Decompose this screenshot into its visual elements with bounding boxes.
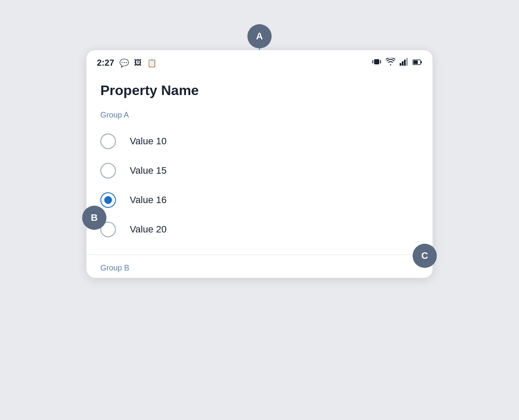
badge-a: A xyxy=(247,24,272,48)
svg-rect-6 xyxy=(406,58,408,66)
signal-icon xyxy=(400,58,408,68)
radio-item-value16[interactable]: Value 16 xyxy=(100,185,419,215)
status-left: 2:27 💬 🖼 📋 xyxy=(97,58,157,68)
status-time: 2:27 xyxy=(97,58,114,68)
badge-b: B xyxy=(82,206,106,230)
radio-item-value15[interactable]: Value 15 xyxy=(100,156,419,185)
svg-rect-8 xyxy=(413,60,418,64)
radio-item-value20[interactable]: Value 20 xyxy=(100,215,419,244)
group-b-label: Group B xyxy=(86,255,432,278)
radio-circle-value15[interactable] xyxy=(100,163,116,178)
badge-a-label: A xyxy=(256,31,263,42)
radio-list-group-a: Value 10 Value 15 Value 16 Value 20 xyxy=(86,123,432,255)
radio-circle-value10[interactable] xyxy=(100,134,116,149)
radio-item-value10[interactable]: Value 10 xyxy=(100,127,419,156)
badge-b-label: B xyxy=(91,212,98,223)
group-a-label: Group A xyxy=(86,105,432,123)
svg-rect-9 xyxy=(421,61,422,64)
svg-rect-2 xyxy=(380,60,381,64)
svg-rect-0 xyxy=(374,59,379,64)
svg-rect-4 xyxy=(402,61,404,66)
status-right xyxy=(372,57,422,69)
page-wrapper: A B C 2:27 💬 🖼 📋 xyxy=(82,24,437,396)
radio-circle-value16[interactable] xyxy=(100,192,116,208)
wifi-icon xyxy=(386,58,395,68)
radio-label-value15: Value 15 xyxy=(130,165,167,176)
property-title: Property Name xyxy=(86,72,432,105)
status-bar: 2:27 💬 🖼 📋 xyxy=(86,50,432,72)
radio-label-value20: Value 20 xyxy=(130,224,167,235)
battery-icon xyxy=(413,58,422,67)
badge-c-label: C xyxy=(421,250,428,261)
badge-c: C xyxy=(413,244,437,268)
phone-card: 2:27 💬 🖼 📋 xyxy=(86,50,432,278)
svg-rect-5 xyxy=(404,60,406,66)
vibrate-icon xyxy=(372,57,381,69)
svg-rect-3 xyxy=(400,63,401,66)
radio-label-value16: Value 16 xyxy=(130,194,167,206)
svg-rect-1 xyxy=(372,60,373,64)
radio-label-value10: Value 10 xyxy=(130,136,167,147)
image-icon: 🖼 xyxy=(134,58,142,67)
comment-icon: 💬 xyxy=(119,58,129,68)
calendar-icon: 📋 xyxy=(147,58,157,68)
